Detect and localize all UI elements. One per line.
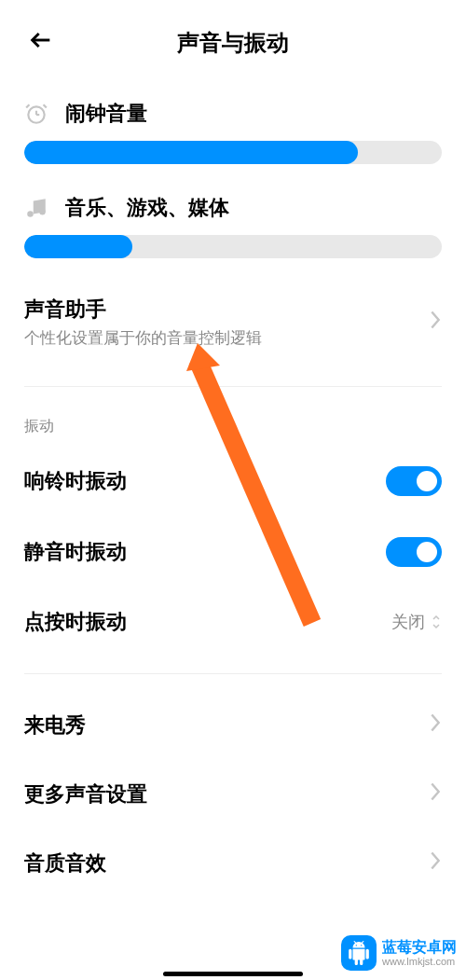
watermark-url: www.lmkjst.com: [382, 956, 457, 968]
watermark: 蓝莓安卓网 www.lmkjst.com: [341, 935, 457, 971]
sound-assistant-subtitle: 个性化设置属于你的音量控制逻辑: [24, 327, 429, 349]
svg-line-5: [44, 104, 47, 107]
alarm-volume-fill: [24, 141, 358, 164]
page-title: 声音与振动: [28, 28, 438, 58]
vibration-group-label: 振动: [0, 387, 466, 446]
caller-show-label: 来电秀: [24, 711, 86, 739]
up-down-icon: [431, 614, 442, 630]
media-volume-label: 音乐、游戏、媒体: [65, 194, 229, 222]
alarm-icon: [24, 102, 48, 126]
vibrate-on-tap-label: 点按时振动: [24, 608, 127, 636]
watermark-title: 蓝莓安卓网: [382, 938, 457, 956]
sound-effects-item[interactable]: 音质音效: [0, 829, 466, 898]
media-volume-fill: [24, 235, 132, 258]
caller-show-item[interactable]: 来电秀: [0, 691, 466, 760]
alarm-volume-slider[interactable]: [24, 141, 442, 164]
alarm-volume-label: 闹钟音量: [65, 100, 147, 128]
vibrate-on-ring-label: 响铃时振动: [24, 467, 127, 495]
toggle-thumb: [417, 471, 437, 491]
vibrate-on-ring-toggle[interactable]: [386, 466, 442, 496]
chevron-right-icon: [429, 310, 442, 336]
back-button[interactable]: [28, 27, 54, 60]
vibrate-on-silent-toggle[interactable]: [386, 537, 442, 567]
watermark-logo-icon: [341, 935, 377, 971]
sound-assistant-item[interactable]: 声音助手 个性化设置属于你的音量控制逻辑: [24, 275, 442, 369]
media-volume-slider[interactable]: [24, 235, 442, 258]
alarm-volume-item: 闹钟音量: [24, 100, 442, 164]
media-volume-item: 音乐、游戏、媒体: [24, 194, 442, 258]
vibrate-on-tap-value: 关闭: [391, 611, 425, 633]
svg-line-4: [26, 104, 29, 107]
divider: [24, 673, 442, 674]
chevron-right-icon: [429, 781, 442, 807]
svg-point-6: [27, 211, 34, 217]
sound-effects-label: 音质音效: [24, 849, 106, 877]
chevron-right-icon: [429, 850, 442, 876]
header: 声音与振动: [0, 0, 466, 76]
svg-point-7: [39, 209, 46, 215]
more-sound-settings-item[interactable]: 更多声音设置: [0, 760, 466, 829]
toggle-thumb: [417, 542, 437, 562]
more-sound-settings-label: 更多声音设置: [24, 780, 147, 808]
music-icon: [24, 196, 48, 220]
sound-assistant-title: 声音助手: [24, 296, 429, 324]
vibrate-on-tap-item[interactable]: 点按时振动 关闭: [0, 587, 466, 656]
home-indicator: [163, 972, 303, 976]
vibrate-on-silent-item: 静音时振动: [0, 517, 466, 587]
vibrate-on-silent-label: 静音时振动: [24, 538, 127, 566]
vibrate-on-ring-item: 响铃时振动: [0, 446, 466, 517]
chevron-right-icon: [429, 712, 442, 738]
